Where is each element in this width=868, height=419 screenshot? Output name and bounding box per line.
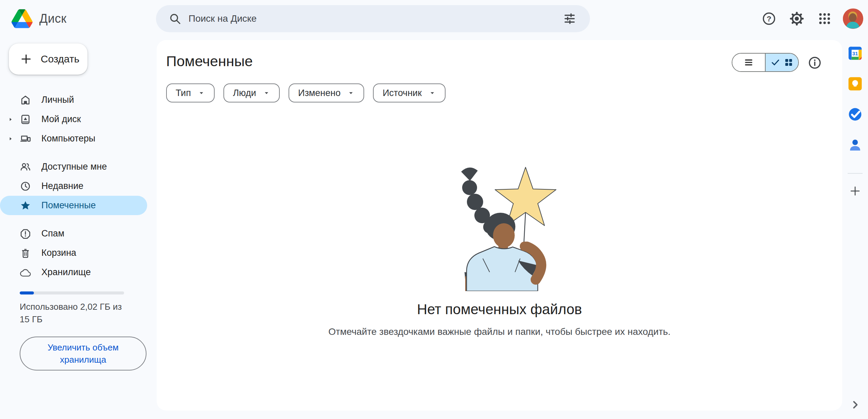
storage-progress-fill (20, 291, 34, 294)
gear-icon (789, 11, 804, 26)
details-button[interactable] (807, 55, 823, 71)
get-addons-button[interactable] (845, 180, 866, 202)
cloud-icon (20, 267, 31, 278)
show-side-panel-button[interactable] (846, 395, 865, 414)
brand: Диск (12, 0, 66, 37)
topbar: Диск (0, 0, 868, 37)
chevron-down-icon (347, 89, 355, 97)
expand-arrow-icon[interactable] (7, 116, 14, 123)
sidebar-item-label: Хранилище (41, 267, 91, 278)
sidebar-item-my-drive[interactable]: Мой диск (0, 110, 147, 129)
page-title: Помеченные (166, 53, 253, 70)
shared-people-icon (20, 161, 31, 173)
my-drive-icon (20, 114, 31, 125)
plus-icon (848, 184, 862, 198)
apps-grid-icon (817, 12, 832, 26)
sidebar-item-label: Недавние (41, 181, 83, 191)
sidebar: Создать Личный Мой диск (0, 37, 157, 419)
apps-grid-button[interactable] (812, 6, 837, 31)
tune-icon (563, 12, 576, 25)
sidebar-nav: Личный Мой диск (0, 90, 157, 282)
starred-empty-illustration (437, 159, 562, 291)
side-panel-rail: 31 (842, 37, 868, 419)
sidebar-item-label: Компьютеры (41, 133, 95, 144)
sidebar-item-computers[interactable]: Компьютеры (0, 129, 147, 148)
expand-arrow-icon[interactable] (7, 135, 14, 142)
drive-logo-icon (12, 9, 33, 28)
home-icon (20, 94, 31, 106)
contacts-button[interactable] (845, 134, 866, 155)
account-avatar[interactable] (843, 8, 863, 29)
help-button[interactable]: ? (757, 6, 781, 31)
svg-text:31: 31 (852, 51, 858, 56)
calendar-button[interactable]: 31 (845, 43, 866, 64)
star-icon (20, 200, 31, 211)
search-bar[interactable] (156, 5, 590, 32)
filter-chip-source[interactable]: Источник (373, 83, 445, 102)
sidebar-item-spam[interactable]: Спам (0, 224, 147, 243)
sidebar-item-label: Корзина (41, 248, 76, 258)
app-title: Диск (39, 12, 66, 26)
view-toggle (732, 53, 799, 72)
search-icon (169, 12, 181, 25)
filter-chip-people[interactable]: Люди (223, 83, 280, 102)
filter-chip-type[interactable]: Тип (166, 83, 215, 102)
search-button[interactable] (165, 9, 184, 28)
search-input[interactable] (189, 13, 559, 24)
sidebar-item-label: Личный (41, 95, 74, 105)
settings-button[interactable] (785, 6, 809, 31)
sidebar-item-label: Спам (41, 228, 64, 239)
upgrade-storage-button[interactable]: Увеличить объем хранилища (20, 337, 146, 370)
chevron-down-icon (263, 89, 270, 97)
sidebar-item-label: Помеченные (41, 200, 96, 211)
calendar-icon: 31 (847, 45, 863, 61)
plus-icon (20, 53, 33, 65)
create-button-label: Создать (41, 53, 79, 65)
sidebar-item-trash[interactable]: Корзина (0, 243, 147, 263)
chevron-right-icon (849, 399, 861, 411)
tasks-icon (847, 107, 863, 122)
chevron-down-icon (198, 89, 205, 97)
contacts-icon (847, 137, 863, 153)
grid-view-icon (784, 58, 793, 67)
list-view-icon (743, 57, 754, 68)
sidebar-item-starred[interactable]: Помеченные (0, 196, 147, 215)
nav-group-gap (0, 215, 157, 224)
create-button[interactable]: Создать (9, 43, 87, 75)
chevron-down-icon (429, 89, 436, 97)
nav-group-gap (0, 148, 157, 157)
empty-state-title: Нет помеченных файлов (157, 301, 842, 318)
filter-chips: Тип Люди Изменено Источник (166, 83, 446, 102)
sidebar-item-label: Мой диск (41, 114, 81, 125)
rail-divider (848, 173, 863, 174)
sidebar-item-shared-with-me[interactable]: Доступные мне (0, 157, 147, 176)
topbar-actions: ? (757, 4, 863, 33)
sidebar-item-recent[interactable]: Недавние (0, 176, 147, 196)
empty-state-subtitle: Отмечайте звездочками важные файлы и пап… (157, 326, 842, 337)
grid-view-button[interactable] (766, 54, 798, 71)
list-view-button[interactable] (732, 54, 766, 71)
sidebar-item-storage[interactable]: Хранилище (0, 263, 147, 282)
clock-icon (20, 180, 31, 192)
sidebar-item-label: Доступные мне (41, 161, 107, 172)
svg-text:?: ? (767, 14, 771, 23)
filter-chip-label: Тип (176, 88, 191, 98)
computers-icon (20, 133, 31, 145)
check-icon (770, 57, 781, 68)
storage-progress-bar (20, 291, 124, 294)
storage-usage-text: Использовано 2,02 ГБ из 15 ГБ (20, 301, 132, 326)
main-panel: Помеченные Тип Люди Изменено Источник (157, 40, 842, 411)
filter-chip-label: Люди (233, 88, 256, 98)
spam-icon (20, 228, 31, 240)
filter-chip-modified[interactable]: Изменено (289, 83, 364, 102)
sidebar-item-home[interactable]: Личный (0, 90, 147, 110)
trash-icon (20, 247, 31, 259)
info-icon (807, 55, 822, 70)
search-filters-button[interactable] (559, 8, 580, 30)
filter-chip-label: Изменено (298, 88, 340, 98)
keep-icon (847, 76, 863, 92)
help-icon: ? (762, 11, 776, 26)
tasks-button[interactable] (845, 104, 866, 125)
empty-state: Нет помеченных файлов Отмечайте звездочк… (157, 159, 842, 337)
keep-button[interactable] (845, 73, 866, 94)
